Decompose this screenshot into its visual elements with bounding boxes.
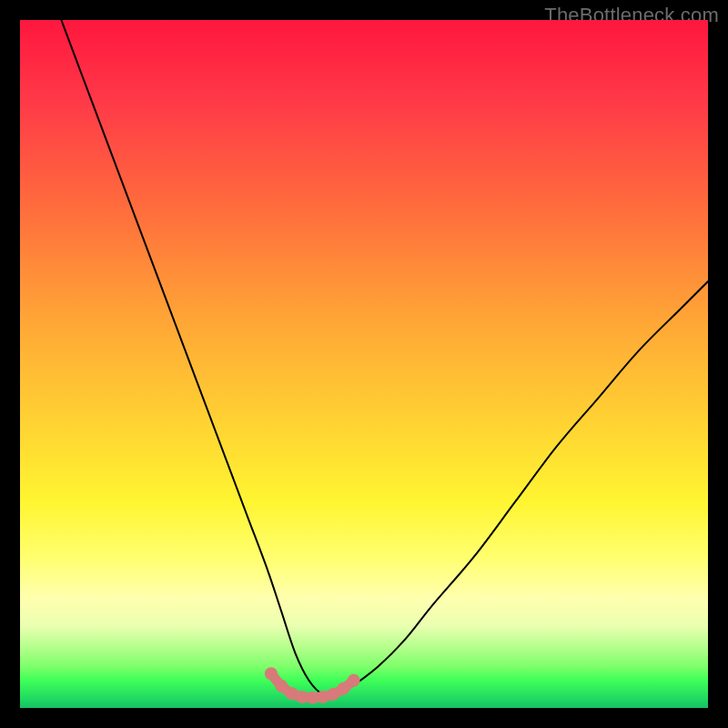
valley-highlight-dot [265,667,278,680]
chart-frame: TheBottleneck.com [0,0,728,728]
chart-svg [20,20,708,708]
valley-highlight-dot [275,680,288,693]
valley-highlight-dot [337,682,349,695]
plot-area [20,20,708,708]
bottleneck-curve [61,20,708,695]
valley-highlight-dot [348,674,360,687]
